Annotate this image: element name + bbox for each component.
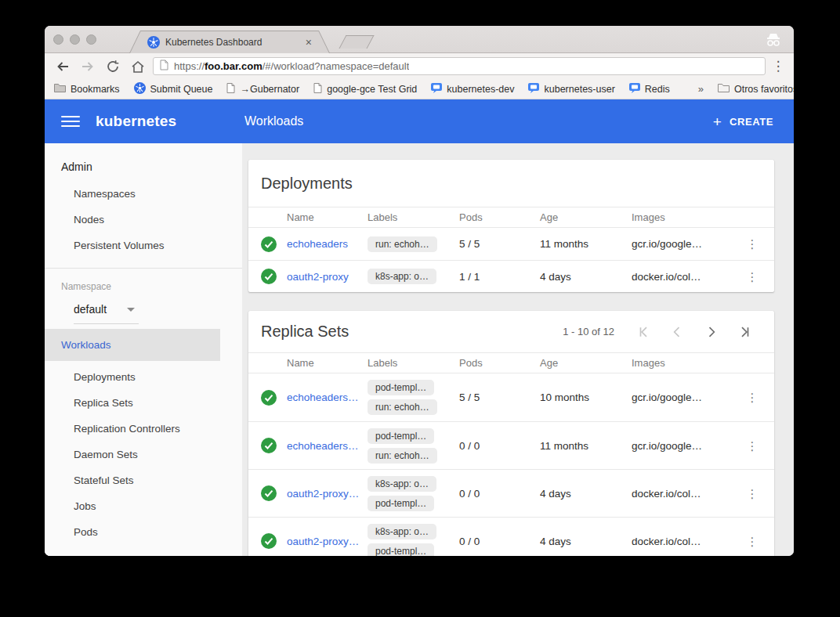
images-cell: gcr.io/google… — [632, 238, 743, 250]
resource-name-link[interactable]: echoheaders… — [287, 391, 368, 403]
sidebar-item-stateful-sets[interactable]: Stateful Sets — [45, 467, 242, 493]
resource-name-link[interactable]: oauth2-proxy — [287, 271, 368, 283]
sidebar-item-pods[interactable]: Pods — [45, 519, 242, 545]
sidebar-heading-admin[interactable]: Admin — [45, 151, 242, 181]
url-host: foo.bar.com — [205, 60, 262, 72]
deployments-card: Deployments Name Labels Pods Age Images … — [248, 160, 774, 292]
table-row: oauth2-proxy… k8s-app: o… pod-templ… 0 /… — [248, 517, 774, 556]
page-security-icon — [160, 60, 168, 74]
incognito-icon — [764, 32, 783, 51]
namespace-select-underline — [74, 323, 139, 324]
resource-name-link[interactable]: oauth2-proxy… — [287, 536, 368, 547]
resource-name-link[interactable]: echoheaders — [287, 238, 368, 250]
sidebar-item-namespaces[interactable]: Namespaces — [45, 181, 242, 207]
browser-menu-icon[interactable]: ⋮ — [770, 58, 786, 74]
column-header-labels: Labels — [368, 211, 459, 223]
first-page-icon[interactable] — [633, 323, 652, 341]
bookmark-kubernetes-user[interactable]: kubernetes-user — [528, 82, 614, 96]
label-chip: pod-templ… — [368, 380, 434, 395]
folder-icon — [718, 83, 730, 95]
age-cell: 10 months — [540, 391, 632, 403]
column-header-age: Age — [540, 211, 632, 223]
url-scheme: https:// — [174, 60, 205, 72]
row-menu-icon[interactable]: ⋮ — [743, 488, 762, 500]
minimize-window-button[interactable] — [70, 34, 80, 45]
bookmark-kubernetes-dev[interactable]: kubernetes-dev — [431, 82, 514, 96]
column-header-labels: Labels — [368, 357, 459, 369]
row-menu-icon[interactable]: ⋮ — [743, 238, 762, 250]
previous-page-icon[interactable] — [668, 323, 686, 341]
bookmark-google-gce-test-grid[interactable]: google-gce Test Grid — [313, 83, 417, 96]
row-menu-icon[interactable]: ⋮ — [743, 440, 762, 452]
status-ok-icon — [261, 533, 287, 549]
maximize-window-button[interactable] — [86, 34, 96, 45]
bookmark-folder-otros-favoritos[interactable]: Otros favoritos — [718, 83, 794, 95]
age-cell: 4 days — [540, 488, 632, 500]
reload-button[interactable] — [103, 56, 123, 77]
url-text: https://foo.bar.com/#/workload?namespace… — [174, 60, 409, 72]
label-chip: run: echoh… — [368, 236, 437, 252]
row-menu-icon[interactable]: ⋮ — [743, 271, 762, 283]
sidebar-item-replica-sets[interactable]: Replica Sets — [45, 390, 242, 416]
replica-sets-card-title: Replica Sets — [261, 323, 563, 341]
namespace-select[interactable]: default — [45, 300, 242, 320]
bookmark-redis[interactable]: Redis — [629, 82, 670, 96]
browser-window: Kubernetes Dashboard × https://foo.bar.c… — [45, 26, 794, 556]
sidebar-item-workloads[interactable]: Workloads — [45, 329, 220, 361]
forward-button[interactable] — [78, 56, 98, 77]
bookmark-folder-bookmarks[interactable]: Bookmarks — [54, 83, 120, 95]
hamburger-menu-icon[interactable] — [61, 112, 80, 131]
label-chip: pod-templ… — [368, 428, 434, 444]
sidebar-item-nodes[interactable]: Nodes — [45, 207, 242, 233]
sidebar-item-jobs[interactable]: Jobs — [45, 493, 242, 519]
bookmark-label: kubernetes-user — [544, 84, 614, 95]
column-header-images: Images — [632, 357, 743, 369]
table-row: oauth2-proxy k8s-app: o… 1 / 1 4 days do… — [248, 260, 774, 292]
tab-close-icon[interactable]: × — [306, 37, 312, 48]
next-page-icon[interactable] — [702, 323, 721, 341]
kubernetes-favicon-icon — [147, 36, 160, 49]
sidebar-item-daemon-sets[interactable]: Daemon Sets — [45, 442, 242, 467]
pods-cell: 1 / 1 — [459, 271, 540, 283]
table-row: echoheaders run: echoh… 5 / 5 11 months … — [248, 228, 774, 260]
last-page-icon[interactable] — [737, 323, 755, 341]
column-header-pods: Pods — [459, 211, 540, 223]
sidebar-item-replication-controllers[interactable]: Replication Controllers — [45, 416, 242, 442]
create-button-label: CREATE — [730, 116, 773, 128]
namespace-label: Namespace — [45, 276, 242, 300]
tab-title: Kubernetes Dashboard — [165, 37, 300, 48]
home-button[interactable] — [128, 56, 148, 77]
label-chip: k8s-app: o… — [368, 524, 436, 539]
table-row: oauth2-proxy… k8s-app: o… pod-templ… 0 /… — [248, 469, 774, 517]
sidebar-item-persistent-volumes[interactable]: Persistent Volumes — [45, 233, 242, 258]
sidebar-divider — [45, 268, 242, 269]
bookmark-label: Bookmarks — [71, 84, 120, 95]
kubernetes-icon — [134, 82, 146, 96]
bookmark-submit-queue[interactable]: Submit Queue — [134, 82, 213, 96]
browser-titlebar: Kubernetes Dashboard × — [45, 26, 794, 53]
bookmark-gubernator[interactable]: →Gubernator — [226, 83, 299, 96]
pagination-controls: 1 - 10 of 12 — [563, 323, 762, 341]
close-window-button[interactable] — [53, 34, 63, 45]
bookmarks-overflow-chevron[interactable]: » — [698, 83, 704, 95]
back-button[interactable] — [52, 56, 73, 77]
column-header-images: Images — [632, 211, 743, 223]
status-ok-icon — [261, 269, 287, 284]
create-button[interactable]: + CREATE — [713, 114, 773, 129]
pods-cell: 0 / 0 — [459, 536, 540, 547]
pods-cell: 5 / 5 — [459, 391, 540, 403]
replica-sets-table-header: Name Labels Pods Age Images — [248, 352, 774, 373]
sidebar-item-deployments[interactable]: Deployments — [45, 364, 242, 390]
traffic-lights — [53, 34, 96, 45]
resource-name-link[interactable]: oauth2-proxy… — [287, 488, 368, 500]
resource-name-link[interactable]: echoheaders… — [287, 440, 368, 452]
main-content: Deployments Name Labels Pods Age Images … — [242, 143, 794, 556]
label-chip: run: echoh… — [368, 448, 437, 464]
row-menu-icon[interactable]: ⋮ — [743, 391, 762, 403]
browser-tab[interactable]: Kubernetes Dashboard × — [129, 31, 330, 53]
images-cell: gcr.io/google… — [632, 391, 743, 403]
row-menu-icon[interactable]: ⋮ — [743, 536, 762, 547]
new-tab-button[interactable] — [339, 35, 374, 49]
url-bar[interactable]: https://foo.bar.com/#/workload?namespace… — [153, 57, 766, 75]
groups-icon — [629, 82, 640, 96]
